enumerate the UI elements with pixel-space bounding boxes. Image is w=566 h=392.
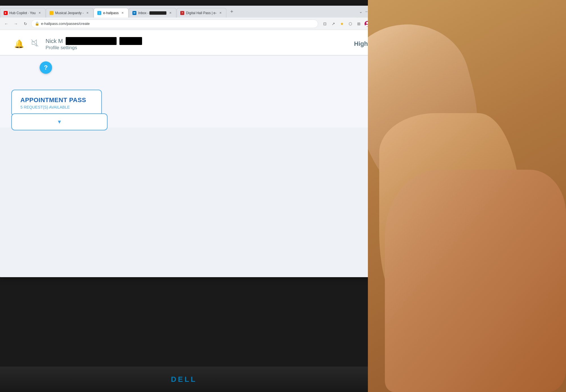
share-icon[interactable]: ↗ (329, 20, 337, 28)
tab-label-digital: Digital Hall Pass | e- (186, 11, 216, 15)
forward-button[interactable]: → (12, 20, 20, 28)
inbox-tab-redacted (149, 11, 166, 15)
tab-close-copilot[interactable]: ✕ (37, 11, 42, 15)
user-extra-redacted-block (119, 37, 142, 45)
user-info: Nick M Profile settings (46, 37, 142, 51)
refresh-button[interactable]: ↻ (22, 20, 29, 28)
finger-shape (368, 10, 495, 199)
tab-favicon-jeopardy (50, 11, 53, 15)
new-tab-button[interactable]: + (228, 8, 236, 16)
tab-jeopardy[interactable]: Musical Jeopardy - ✕ (46, 8, 94, 18)
high-badge: High (354, 40, 368, 48)
pass-title: APPOINTMENT PASS (20, 96, 93, 104)
tab-inbox[interactable]: M Inbox - ✕ (129, 8, 176, 18)
svg-point-1 (366, 22, 368, 24)
minimize-button[interactable]: ─ (365, 10, 368, 14)
bookmark-star-icon[interactable]: ★ (338, 20, 346, 28)
back-button[interactable]: ← (2, 20, 10, 28)
profile-row: 🔔 Nick M Profile settings (0, 30, 382, 55)
tab-label-jeopardy: Musical Jeopardy - (55, 11, 84, 15)
cast-icon[interactable]: ⊡ (321, 20, 329, 28)
laptop-bezel-bottom: DELL (0, 367, 368, 392)
tab-close-digital[interactable]: ✕ (218, 11, 223, 15)
tab-label-copilot: Hub Copilot · You (9, 11, 36, 15)
user-name: Nick M (46, 38, 63, 44)
appointment-pass-card[interactable]: APPOINTMENT PASS 5 REQUEST(S) AVAILABLE (11, 90, 102, 116)
palm-shape (385, 170, 566, 392)
user-name-redacted-block (66, 37, 117, 45)
help-button[interactable]: ? (40, 61, 52, 74)
tab-copilot[interactable]: ▶ Hub Copilot · You ✕ (0, 8, 46, 18)
tab-favicon-inbox: M (132, 11, 136, 15)
tab-favicon-ehallpass: ! (97, 11, 101, 15)
tab-ehallpass[interactable]: ! e-hallpass ✕ (94, 8, 128, 18)
menu-icon[interactable]: ⋮ (372, 20, 380, 28)
nav-bar: ← → ↻ 🔒 e-hallpass.com/passes/create ⊡ ↗… (0, 18, 382, 30)
tabs-row: ▶ Hub Copilot · You ✕ Musical Jeopardy -… (0, 6, 357, 18)
browser-window: ▶ Hub Copilot · You ✕ Musical Jeopardy -… (0, 6, 382, 277)
tab-close-inbox[interactable]: ✕ (168, 11, 173, 15)
page-content: 🔔 Nick M Profile settings (0, 30, 382, 277)
dell-logo: DELL (171, 375, 197, 384)
user-name-row: Nick M (46, 37, 142, 45)
pass-subtitle: 5 REQUEST(S) AVAILABLE (20, 105, 93, 109)
mute-icon[interactable] (31, 39, 39, 49)
svg-line-3 (31, 40, 38, 46)
tab-digital[interactable]: ✕ Digital Hall Pass | e- ✕ (177, 8, 226, 18)
notification-bell-icon[interactable]: 🔔 (14, 39, 24, 49)
address-bar[interactable]: 🔒 e-hallpass.com/passes/create (31, 20, 318, 28)
background-hand (368, 0, 566, 392)
tab-favicon-copilot: ▶ (4, 11, 8, 15)
profile-settings-link[interactable]: Profile settings (46, 45, 142, 51)
main-area: ? APPOINTMENT PASS 5 REQUEST(S) AVAILABL… (0, 56, 382, 128)
tab-label-inbox: Inbox - (138, 11, 166, 15)
tab-favicon-digital: ✕ (180, 11, 184, 15)
page-background: 🔔 Nick M Profile settings (0, 30, 382, 277)
tab-close-jeopardy[interactable]: ✕ (85, 11, 90, 15)
thumb-shape (379, 113, 521, 311)
extension-icon[interactable]: ⬡ (346, 20, 354, 28)
tab-label-ehallpass: e-hallpass (103, 11, 119, 15)
account-icon[interactable] (363, 20, 371, 28)
split-view-icon[interactable]: ⊞ (355, 20, 363, 28)
toolbar-icons: ⊡ ↗ ★ ⬡ ⊞ ⋮ (321, 20, 380, 28)
hand-overlay (368, 0, 566, 392)
tab-nav-icons: ⌄ (359, 10, 363, 14)
chevron-down-icon: ▼ (57, 119, 62, 125)
address-icon: 🔒 (35, 21, 39, 26)
close-button[interactable]: ✕ (376, 10, 380, 14)
chevron-down-icon[interactable]: ⌄ (359, 10, 363, 14)
address-text: e-hallpass.com/passes/create (41, 21, 314, 26)
window-controls: ⌄ ─ □ ✕ (357, 6, 382, 17)
tab-close-ehallpass[interactable]: ✕ (120, 11, 125, 15)
bottom-pass-card[interactable]: ▼ (11, 113, 108, 130)
maximize-button[interactable]: □ (370, 10, 374, 14)
title-bar: ▶ Hub Copilot · You ✕ Musical Jeopardy -… (0, 6, 382, 18)
